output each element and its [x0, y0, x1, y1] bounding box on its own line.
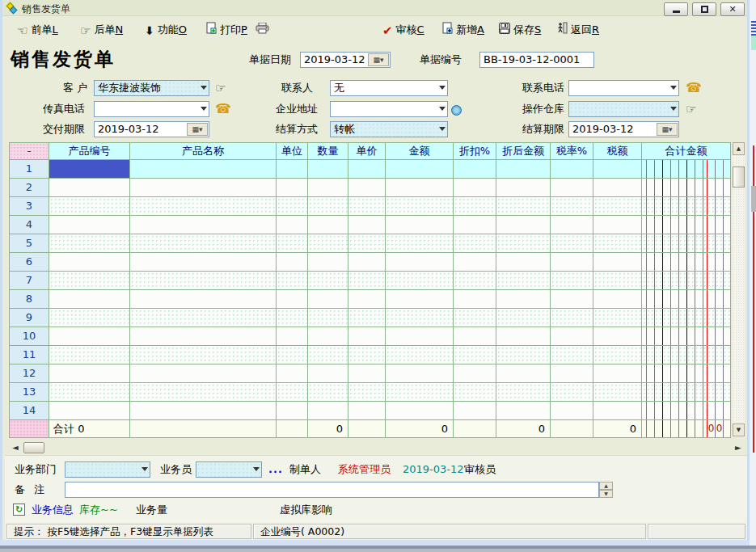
- grid-cell[interactable]: [496, 346, 551, 364]
- grid-cell[interactable]: [277, 364, 308, 383]
- grid-cell[interactable]: [642, 179, 731, 197]
- grid-cell[interactable]: [49, 383, 130, 402]
- grid-cell[interactable]: [386, 160, 454, 179]
- grid-cell[interactable]: [454, 290, 496, 309]
- grid-cell[interactable]: [551, 216, 593, 234]
- row-number-cell[interactable]: 10: [10, 327, 49, 346]
- settle-deadline-field[interactable]: 2019-03-12 ▦▾: [568, 121, 679, 137]
- contact-combobox[interactable]: 无: [330, 80, 448, 96]
- grid-cell[interactable]: [308, 364, 348, 383]
- grid-cell[interactable]: [130, 383, 277, 402]
- grid-cell[interactable]: [593, 364, 642, 383]
- grid-cell[interactable]: [386, 402, 454, 420]
- stock-link[interactable]: 库存~~: [79, 502, 118, 518]
- chevron-down-icon[interactable]: [439, 107, 446, 111]
- grid-cell[interactable]: [348, 327, 386, 346]
- address-combobox[interactable]: [330, 101, 448, 117]
- grid-cell[interactable]: [386, 346, 454, 364]
- grid-cell[interactable]: [454, 346, 496, 364]
- phone-icon[interactable]: ☎: [215, 101, 231, 117]
- chevron-down-icon[interactable]: [201, 107, 207, 111]
- grid-cell[interactable]: [551, 179, 593, 197]
- grid-cell[interactable]: [496, 309, 551, 327]
- grid-cell[interactable]: [130, 309, 277, 327]
- grid-cell[interactable]: [454, 216, 496, 234]
- grid-cell[interactable]: [593, 383, 642, 402]
- grid-cell[interactable]: [348, 346, 386, 364]
- grid-cell[interactable]: [130, 327, 277, 346]
- grid-cell[interactable]: [642, 346, 731, 364]
- grid-cell[interactable]: [454, 364, 496, 383]
- grid-cell[interactable]: [593, 253, 642, 272]
- chevron-down-icon[interactable]: [670, 86, 677, 90]
- grid-cell[interactable]: [593, 327, 642, 346]
- grid-cell[interactable]: [130, 346, 277, 364]
- grid-cell[interactable]: [348, 402, 386, 420]
- row-number-cell[interactable]: 13: [10, 383, 49, 402]
- grid-cell[interactable]: [277, 346, 308, 364]
- grid-cell[interactable]: [49, 216, 130, 234]
- grid-cell[interactable]: [386, 272, 454, 290]
- grid-cell[interactable]: [551, 383, 593, 402]
- grid-cell[interactable]: [308, 309, 348, 327]
- audit-button[interactable]: ✔审核C: [382, 22, 424, 38]
- grid-cell[interactable]: [277, 160, 308, 179]
- chevron-down-icon[interactable]: [439, 86, 446, 90]
- grid-cell[interactable]: [49, 272, 130, 290]
- salesman-combobox[interactable]: [196, 461, 262, 478]
- warehouse-combobox[interactable]: [568, 101, 679, 117]
- grid-cell[interactable]: [593, 179, 642, 197]
- contact-phone-combobox[interactable]: [568, 80, 679, 96]
- grid-cell[interactable]: [454, 272, 496, 290]
- grid-cell[interactable]: [308, 327, 348, 346]
- grid-cell[interactable]: [642, 160, 731, 179]
- grid-cell[interactable]: [348, 216, 386, 234]
- grid-cell[interactable]: [551, 346, 593, 364]
- grid-cell[interactable]: [308, 234, 348, 253]
- horizontal-scroll-thumb[interactable]: [23, 442, 44, 453]
- vertical-scroll-thumb[interactable]: [733, 166, 745, 188]
- grid-cell[interactable]: [642, 234, 731, 253]
- grid-cell[interactable]: [454, 253, 496, 272]
- customer-lookup-hand-icon[interactable]: ☞: [215, 80, 226, 96]
- grid-cell[interactable]: [386, 216, 454, 234]
- scroll-down-button[interactable]: ▼: [733, 423, 745, 436]
- close-button[interactable]: ✕: [720, 2, 745, 16]
- grid-cell[interactable]: [130, 364, 277, 383]
- grid-cell[interactable]: [551, 253, 593, 272]
- grid-cell[interactable]: [386, 309, 454, 327]
- grid-cell[interactable]: [130, 253, 277, 272]
- grid-cell[interactable]: [551, 402, 593, 420]
- grid-cell[interactable]: [454, 197, 496, 216]
- grid-cell[interactable]: [454, 327, 496, 346]
- grid-cell[interactable]: [130, 290, 277, 309]
- grid-cell[interactable]: [49, 364, 130, 383]
- grid-cell[interactable]: [642, 364, 731, 383]
- grid-cell[interactable]: [308, 253, 348, 272]
- row-number-cell[interactable]: 4: [10, 216, 49, 234]
- new-button[interactable]: 新增A: [442, 22, 484, 38]
- grid-cell[interactable]: [308, 197, 348, 216]
- functions-button[interactable]: ⬇功能O: [145, 22, 187, 38]
- grid-cell[interactable]: [308, 179, 348, 197]
- grid-cell[interactable]: [308, 402, 348, 420]
- grid-cell[interactable]: [593, 197, 642, 216]
- grid-cell[interactable]: [551, 197, 593, 216]
- grid-cell[interactable]: [551, 309, 593, 327]
- calendar-dropdown-icon[interactable]: ▦▾: [187, 123, 208, 136]
- row-number-cell[interactable]: 9: [10, 309, 49, 327]
- grid-cell[interactable]: [277, 197, 308, 216]
- grid-cell[interactable]: [348, 179, 386, 197]
- calendar-dropdown-icon[interactable]: ▦▾: [368, 53, 389, 66]
- grid-cell[interactable]: [130, 272, 277, 290]
- grid-cell[interactable]: [642, 327, 731, 346]
- grid-cell[interactable]: [642, 216, 731, 234]
- grid-cell[interactable]: [551, 290, 593, 309]
- calendar-dropdown-icon[interactable]: ▦▾: [657, 123, 678, 136]
- return-button[interactable]: 返回R: [557, 22, 599, 38]
- grid-cell[interactable]: [593, 309, 642, 327]
- globe-icon[interactable]: [451, 101, 462, 117]
- grid-cell[interactable]: [642, 197, 731, 216]
- grid-cell[interactable]: [386, 383, 454, 402]
- grid-cell[interactable]: [642, 383, 731, 402]
